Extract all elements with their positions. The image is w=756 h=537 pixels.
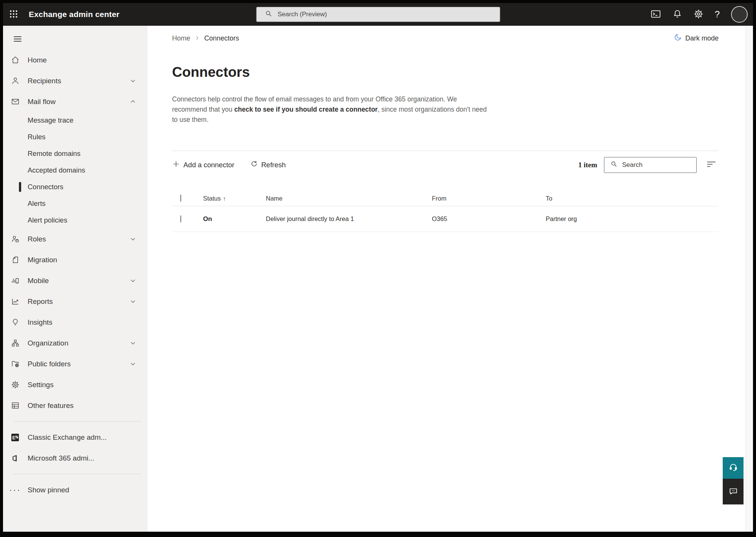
cell-to: Partner org <box>546 215 719 223</box>
chevron-down-icon <box>130 236 136 242</box>
sidebar-item-m365-admin[interactable]: Microsoft 365 admi... <box>3 448 147 469</box>
sidebar-item-organization[interactable]: Organization <box>3 333 147 353</box>
lightbulb-icon <box>11 318 20 327</box>
select-all-checkbox[interactable] <box>180 195 181 202</box>
moon-icon <box>674 33 682 43</box>
sidebar-item-label: Organization <box>28 339 68 347</box>
column-header-name[interactable]: Name <box>266 195 432 202</box>
refresh-button[interactable]: Refresh <box>250 160 286 170</box>
column-header-from[interactable]: From <box>432 195 546 202</box>
sidebar-item-reports[interactable]: Reports <box>3 291 147 312</box>
scrollbar-track[interactable] <box>745 26 753 532</box>
support-button[interactable] <box>723 457 744 479</box>
global-search-input[interactable]: Search (Preview) <box>256 7 500 22</box>
svg-text:E: E <box>12 435 15 440</box>
sidebar-item-mobile[interactable]: Mobile <box>3 270 147 291</box>
sidebar-item-label: Accepted domains <box>28 166 85 174</box>
sidebar-item-roles[interactable]: Roles <box>3 229 147 249</box>
column-header-status[interactable]: Status ↑ <box>203 195 266 202</box>
page-title: Connectors <box>172 64 719 81</box>
sidebar-item-label: Settings <box>28 381 54 389</box>
app-launcher-button[interactable] <box>3 3 24 26</box>
document-arrow-icon <box>11 255 20 264</box>
connectors-table: Status ↑ Name From To On Deliver journal… <box>172 191 719 232</box>
home-icon <box>11 56 20 64</box>
sidebar-item-accepted-domains[interactable]: Accepted domains <box>3 162 147 179</box>
account-button[interactable] <box>731 6 748 23</box>
nav-collapse-button[interactable] <box>11 35 25 44</box>
sidebar-item-alert-policies[interactable]: Alert policies <box>3 212 147 229</box>
speech-bubble-icon <box>728 486 738 497</box>
person-briefcase-icon <box>11 235 20 243</box>
classic-exchange-icon: E <box>11 433 20 442</box>
feedback-button[interactable] <box>723 479 744 504</box>
sidebar-item-label: Other features <box>28 402 73 410</box>
refresh-icon <box>250 160 258 170</box>
sidebar-item-label: Insights <box>28 318 52 327</box>
sidebar-item-label: Show pinned <box>28 486 69 494</box>
row-checkbox[interactable] <box>180 215 181 223</box>
chevron-right-icon <box>195 34 200 42</box>
add-connector-button[interactable]: Add a connector <box>172 160 234 170</box>
terminal-icon <box>650 9 661 20</box>
plus-icon <box>172 160 180 170</box>
sidebar-item-show-pinned[interactable]: ··· Show pinned <box>3 479 147 500</box>
table-row[interactable]: On Deliver journal directly to Area 1 O3… <box>172 206 719 232</box>
list-search-input[interactable]: Search <box>604 157 697 173</box>
avatar <box>731 6 748 23</box>
bell-icon <box>672 9 682 20</box>
breadcrumb-home-link[interactable]: Home <box>172 34 190 42</box>
sidebar-item-connectors[interactable]: Connectors <box>3 179 147 195</box>
sidebar-item-label: Reports <box>28 297 53 306</box>
notifications-button[interactable] <box>672 9 682 20</box>
sidebar-item-alerts[interactable]: Alerts <box>3 195 147 212</box>
settings-topbar-button[interactable] <box>694 9 703 20</box>
filter-button[interactable] <box>704 160 719 170</box>
dark-mode-toggle[interactable]: Dark mode <box>674 33 719 43</box>
sidebar-item-message-trace[interactable]: Message trace <box>3 112 147 129</box>
sidebar-item-label: Alerts <box>28 199 45 208</box>
cell-from: O365 <box>432 215 546 223</box>
sidebar-item-insights[interactable]: Insights <box>3 312 147 333</box>
sidebar-item-label: Rules <box>28 133 45 141</box>
sidebar-item-recipients[interactable]: Recipients <box>3 70 147 91</box>
sidebar-item-classic-exchange[interactable]: E Classic Exchange adm... <box>3 427 147 448</box>
sidebar-item-mail-flow[interactable]: Mail flow <box>3 91 147 112</box>
sidebar-item-label: Alert policies <box>28 216 67 224</box>
breadcrumb-current: Connectors <box>204 34 239 42</box>
sidebar-item-label: Home <box>28 56 47 64</box>
top-bar: Exchange admin center Search (Preview) <box>3 3 753 26</box>
search-icon <box>265 10 272 19</box>
sidebar-item-label: Microsoft 365 admi... <box>28 454 94 462</box>
sidebar-item-home[interactable]: Home <box>3 50 147 70</box>
waffle-icon <box>9 9 19 20</box>
sidebar-item-migration[interactable]: Migration <box>3 249 147 270</box>
sidebar-item-rules[interactable]: Rules <box>3 129 147 145</box>
screen: Exchange admin center Search (Preview) <box>0 0 756 537</box>
sidebar-item-label: Roles <box>28 235 46 243</box>
sidebar-item-remote-domains[interactable]: Remote domains <box>3 145 147 162</box>
hamburger-icon <box>13 38 22 44</box>
chevron-down-icon <box>130 340 136 346</box>
column-header-to[interactable]: To <box>546 195 719 202</box>
sidebar-item-label: Recipients <box>28 77 61 85</box>
sidebar-item-other-features[interactable]: Other features <box>3 395 147 416</box>
sidebar-item-label: Public folders <box>28 360 71 368</box>
line-chart-icon <box>11 297 20 306</box>
list-toolbar: Add a connector Refresh 1 item <box>172 151 719 173</box>
gear-icon <box>11 380 20 389</box>
chevron-down-icon <box>130 78 136 84</box>
help-button[interactable]: ? <box>715 9 720 20</box>
gear-icon <box>694 9 703 20</box>
sidebar-item-label: Connectors <box>28 183 64 191</box>
global-search-placeholder: Search (Preview) <box>278 11 327 18</box>
sidebar-item-public-folders[interactable]: Public folders <box>3 353 147 374</box>
question-icon: ? <box>715 9 720 20</box>
powershell-button[interactable] <box>650 9 661 20</box>
sidebar-item-label: Migration <box>28 256 57 264</box>
chevron-down-icon <box>130 361 136 367</box>
sidebar-item-label: Mail flow <box>28 98 56 106</box>
sidebar-item-settings[interactable]: Settings <box>3 374 147 395</box>
page-description: Connectors help control the flow of emai… <box>172 94 490 125</box>
chevron-down-icon <box>130 277 136 284</box>
